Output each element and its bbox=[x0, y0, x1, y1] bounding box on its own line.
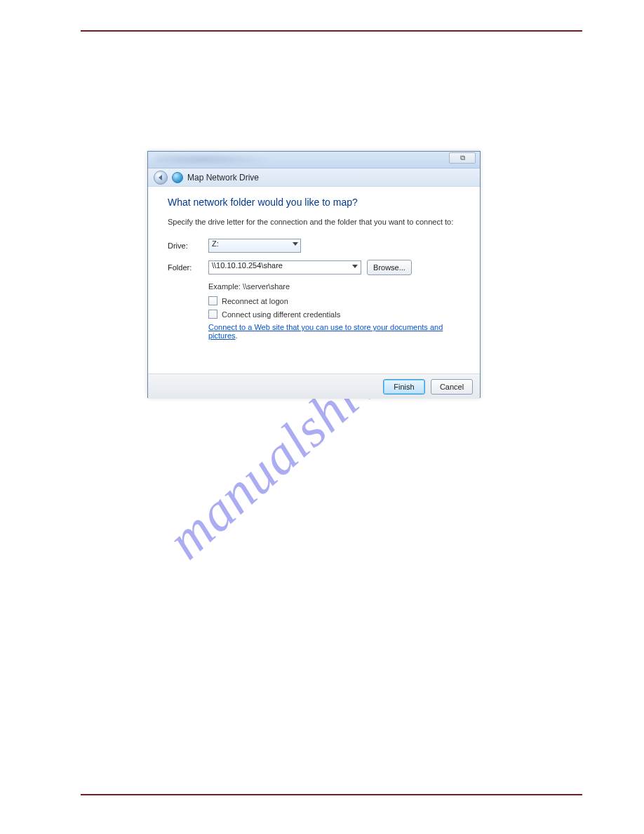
browse-button[interactable]: Browse... bbox=[367, 260, 412, 275]
folder-label: Folder: bbox=[168, 263, 208, 272]
folder-combobox[interactable]: \\10.10.10.254\share bbox=[208, 260, 361, 274]
drive-select[interactable]: Z: bbox=[208, 239, 301, 253]
reconnect-checkbox[interactable] bbox=[208, 296, 217, 305]
example-text: Example: \\server\share bbox=[208, 282, 460, 291]
drive-value: Z: bbox=[212, 239, 219, 248]
network-globe-icon bbox=[172, 172, 183, 183]
chevron-down-icon bbox=[352, 265, 358, 268]
drive-row: Drive: Z: bbox=[168, 239, 460, 253]
folder-value: \\10.10.10.254\share bbox=[212, 261, 283, 270]
different-credentials-checkbox[interactable] bbox=[208, 310, 217, 319]
wizard-instruction: Specify the drive letter for the connect… bbox=[168, 218, 460, 226]
wizard-title: Map Network Drive bbox=[187, 173, 259, 183]
finish-button[interactable]: Finish bbox=[383, 379, 425, 395]
folder-row: Folder: \\10.10.10.254\share Browse... bbox=[168, 260, 460, 275]
different-credentials-row: Connect using different credentials bbox=[208, 310, 460, 319]
reconnect-row: Reconnect at logon bbox=[208, 296, 460, 305]
bottom-rule bbox=[81, 794, 582, 795]
cancel-button[interactable]: Cancel bbox=[431, 379, 473, 395]
wizard-header: Map Network Drive bbox=[148, 168, 480, 187]
drive-label: Drive: bbox=[168, 241, 208, 250]
top-rule bbox=[81, 30, 582, 32]
wizard-body: What network folder would you like to ma… bbox=[148, 187, 480, 373]
link-period: . bbox=[236, 331, 238, 340]
wizard-footer: Finish Cancel bbox=[148, 373, 480, 399]
blurred-parent-title bbox=[155, 153, 274, 166]
reconnect-label: Reconnect at logon bbox=[222, 297, 288, 305]
chevron-down-icon bbox=[293, 242, 298, 246]
map-network-drive-dialog: ⧉ Map Network Drive What network folder … bbox=[147, 151, 481, 398]
page-container: manualshive.com ⧉ Map Network Drive What… bbox=[0, 0, 644, 834]
parent-window-titlebar: ⧉ bbox=[148, 152, 480, 168]
wizard-heading: What network folder would you like to ma… bbox=[168, 197, 460, 208]
back-icon[interactable] bbox=[154, 171, 168, 185]
different-credentials-label: Connect using different credentials bbox=[222, 310, 340, 319]
website-link-row: Connect to a Web site that you can use t… bbox=[208, 323, 460, 340]
connect-website-link[interactable]: Connect to a Web site that you can use t… bbox=[208, 323, 443, 340]
close-button[interactable]: ⧉ bbox=[449, 152, 476, 164]
